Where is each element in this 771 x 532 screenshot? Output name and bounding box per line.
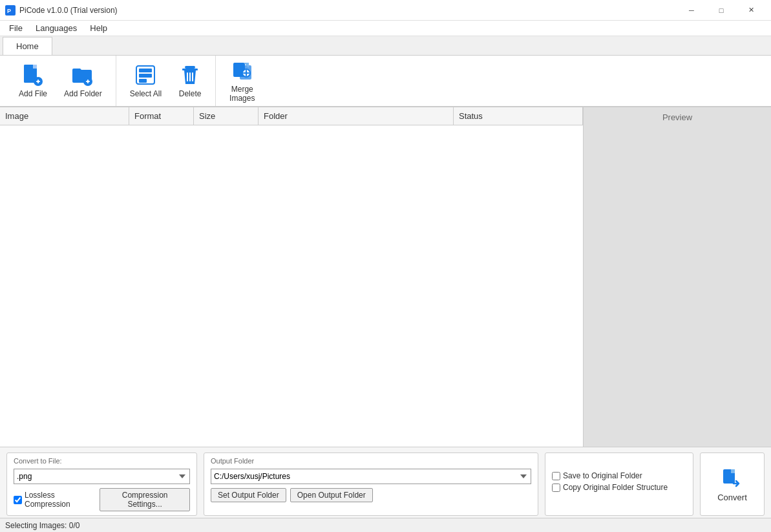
status-text: Selecting Images: 0/0 xyxy=(5,521,79,530)
bottom-controls: Convert to File: .png .jpg .bmp .gif .ti… xyxy=(0,447,771,521)
preview-panel: Preview xyxy=(584,107,771,447)
minimize-button[interactable]: ─ xyxy=(677,0,706,21)
delete-icon xyxy=(178,63,202,87)
svg-rect-16 xyxy=(189,72,191,81)
preview-label: Preview xyxy=(584,107,771,127)
delete-label: Delete xyxy=(179,89,202,98)
output-folder-label: Output Folder xyxy=(211,457,531,465)
copy-structure-checkbox[interactable] xyxy=(552,484,560,492)
svg-rect-12 xyxy=(139,74,152,78)
file-list-panel: Image Format Size Folder Status xyxy=(0,107,584,447)
select-all-icon xyxy=(134,63,157,87)
set-output-folder-button[interactable]: Set Output Folder xyxy=(211,488,286,502)
svg-rect-11 xyxy=(139,69,152,72)
svg-rect-23 xyxy=(731,469,735,473)
menu-languages[interactable]: Languages xyxy=(29,21,83,36)
close-button[interactable]: ✕ xyxy=(736,0,766,21)
save-original-label[interactable]: Save to Original Folder xyxy=(552,471,686,480)
lossless-checkbox-label[interactable]: Lossless Compression xyxy=(14,491,96,509)
add-file-icon xyxy=(21,63,45,87)
merge-images-label: MergeImages xyxy=(229,85,255,103)
add-folder-button[interactable]: Add Folder xyxy=(56,58,111,103)
table-area: Image Format Size Folder Status Previ xyxy=(0,107,771,447)
status-bar: Selecting Images: 0/0 xyxy=(0,518,771,532)
col-header-status: Status xyxy=(454,107,583,125)
output-folder-group: Output Folder C:/Users/xusj/Pictures Set… xyxy=(204,452,538,516)
bottom-bar: Convert to File: .png .jpg .bmp .gif .ti… xyxy=(0,447,771,518)
compression-row: Lossless Compression Compression Setting… xyxy=(14,488,190,511)
menu-file[interactable]: File xyxy=(3,21,29,36)
save-original-checkbox[interactable] xyxy=(552,472,560,480)
convert-label: Convert xyxy=(717,493,747,502)
folder-path-select[interactable]: C:/Users/xusj/Pictures xyxy=(211,469,531,484)
lossless-checkbox[interactable] xyxy=(14,496,22,504)
convert-icon xyxy=(721,467,744,490)
svg-rect-3 xyxy=(33,65,37,69)
ribbon-group-edit: Select All Delete xyxy=(116,56,215,106)
add-file-label: Add File xyxy=(19,89,47,98)
folder-path-row: C:/Users/xusj/Pictures xyxy=(211,469,531,484)
col-header-folder: Folder xyxy=(259,107,454,125)
maximize-button[interactable]: □ xyxy=(706,0,736,21)
merge-images-button[interactable]: MergeImages xyxy=(221,58,263,103)
ribbon: Add File Add Folder xyxy=(0,56,771,107)
app-title: PiCode v1.0.0 (Trial version) xyxy=(19,6,118,15)
compression-settings-button[interactable]: Compression Settings... xyxy=(100,488,190,511)
add-folder-icon xyxy=(71,63,94,87)
table-header: Image Format Size Folder Status xyxy=(0,107,583,125)
svg-rect-13 xyxy=(139,79,147,83)
select-all-button[interactable]: Select All xyxy=(121,58,170,103)
format-select[interactable]: .png .jpg .bmp .gif .tiff .webp xyxy=(14,469,190,484)
ribbon-group-merge: MergeImages xyxy=(215,56,268,106)
merge-images-icon xyxy=(231,59,254,82)
ribbon-group-files: Add File Add Folder xyxy=(5,56,116,106)
convert-to-group: Convert to File: .png .jpg .bmp .gif .ti… xyxy=(6,452,197,516)
svg-rect-9 xyxy=(87,80,89,83)
svg-rect-14 xyxy=(185,66,195,69)
file-list-body xyxy=(0,125,583,447)
col-header-size: Size xyxy=(194,107,259,125)
tab-home[interactable]: Home xyxy=(3,37,52,55)
svg-text:P: P xyxy=(7,8,11,14)
svg-rect-15 xyxy=(182,69,198,70)
convert-button[interactable]: Convert xyxy=(700,452,765,516)
convert-to-label: Convert to File: xyxy=(14,457,190,465)
menubar: File Languages Help xyxy=(0,21,771,36)
folder-btns-row: Set Output Folder Open Output Folder xyxy=(211,488,531,502)
app-icon: P xyxy=(5,5,16,16)
menu-help[interactable]: Help xyxy=(83,21,114,36)
copy-structure-label[interactable]: Copy Original Folder Structure xyxy=(552,483,686,492)
tabbar: Home xyxy=(0,36,771,56)
open-output-folder-button[interactable]: Open Output Folder xyxy=(290,488,373,502)
main-content: Image Format Size Folder Status Previ xyxy=(0,107,771,532)
options-group: Save to Original Folder Copy Original Fo… xyxy=(545,452,693,516)
svg-rect-17 xyxy=(187,72,188,81)
svg-rect-18 xyxy=(192,72,193,81)
titlebar-controls: ─ □ ✕ xyxy=(677,0,766,21)
add-file-button[interactable]: Add File xyxy=(10,58,56,103)
select-all-label: Select All xyxy=(130,89,162,98)
titlebar-left: P PiCode v1.0.0 (Trial version) xyxy=(5,5,118,16)
col-header-format: Format xyxy=(129,107,194,125)
add-folder-label: Add Folder xyxy=(64,89,102,98)
svg-rect-6 xyxy=(37,80,39,83)
titlebar: P PiCode v1.0.0 (Trial version) ─ □ ✕ xyxy=(0,0,771,21)
delete-button[interactable]: Delete xyxy=(170,58,210,103)
col-header-image: Image xyxy=(0,107,129,125)
